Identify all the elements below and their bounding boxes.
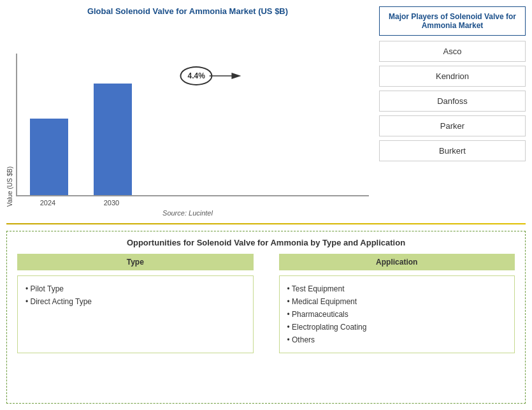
chart-wrapper: Value (US $B) 4.4% — [6, 20, 369, 207]
x-label-2030: 2030 — [92, 199, 131, 207]
bar-2024 — [30, 119, 68, 195]
player-parker: Parker — [379, 115, 526, 136]
major-players: Major Players of Solenoid Valve for Ammo… — [379, 6, 526, 217]
type-items: • Pilot Type • Direct Acting Type — [17, 275, 254, 353]
type-header: Type — [17, 254, 254, 270]
source-text: Source: Lucintel — [162, 209, 213, 217]
x-label-2024: 2024 — [29, 199, 67, 207]
y-axis-label: Value (US $B) — [6, 166, 13, 207]
x-labels: 2024 2030 — [16, 196, 369, 207]
player-kendrion: Kendrion — [379, 66, 526, 87]
top-section: Global Solenoid Valve for Ammonia Market… — [6, 6, 526, 217]
player-danfoss: Danfoss — [379, 91, 526, 112]
app-item-medical: • Medical Equipment — [287, 295, 507, 308]
app-item-others: • Others — [287, 333, 507, 346]
bar-group-2030 — [94, 84, 132, 195]
type-box: Type • Pilot Type • Direct Acting Type — [17, 254, 254, 353]
player-asco: Asco — [379, 41, 526, 62]
cagr-annotation: 4.4% — [180, 66, 212, 85]
chart-area: Global Solenoid Valve for Ammonia Market… — [6, 6, 369, 217]
type-item-direct: • Direct Acting Type — [25, 295, 245, 308]
chart-title: Global Solenoid Valve for Ammonia Market… — [87, 6, 288, 16]
bar-2030 — [94, 84, 132, 195]
application-items: • Test Equipment • Medical Equipment • P… — [279, 275, 515, 353]
bottom-content: Type • Pilot Type • Direct Acting Type A… — [17, 254, 515, 353]
players-title: Major Players of Solenoid Valve for Ammo… — [379, 6, 526, 36]
application-header: Application — [279, 254, 515, 270]
chart-inner: 4.4% — [16, 54, 369, 207]
player-burkert: Burkert — [379, 140, 526, 161]
cagr-arrow-icon — [210, 70, 241, 82]
bars-area: 4.4% — [16, 54, 369, 196]
type-item-pilot: • Pilot Type — [25, 282, 245, 295]
section-divider — [6, 223, 526, 224]
svg-marker-1 — [232, 73, 241, 79]
application-box: Application • Test Equipment • Medical E… — [279, 254, 515, 353]
opportunities-title: Opportunities for Solenoid Valve for Amm… — [17, 238, 515, 247]
app-item-electro: • Electroplating Coating — [287, 321, 507, 333]
app-item-test: • Test Equipment — [287, 282, 507, 295]
cagr-bubble: 4.4% — [180, 66, 212, 85]
bar-group-2024 — [30, 119, 68, 195]
main-container: Global Solenoid Valve for Ammonia Market… — [0, 0, 532, 410]
bottom-section: Opportunities for Solenoid Valve for Amm… — [6, 231, 526, 404]
app-item-pharma: • Pharmaceuticals — [287, 308, 507, 321]
